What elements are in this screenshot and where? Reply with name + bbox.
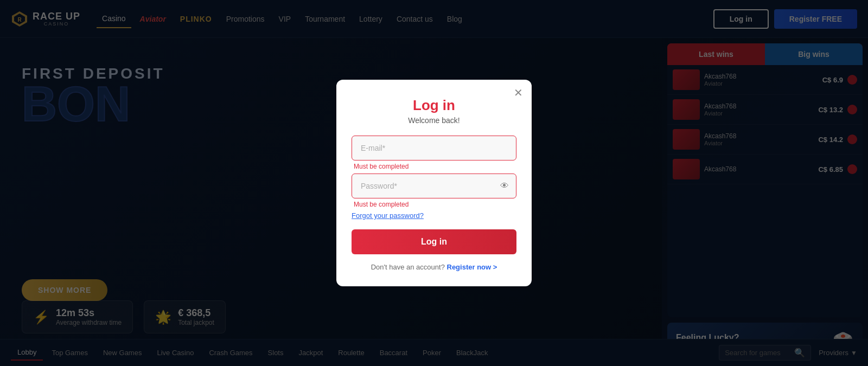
email-input[interactable] bbox=[352, 136, 516, 160]
modal-login-button[interactable]: Log in bbox=[352, 229, 516, 254]
forgot-password-link[interactable]: Forgot your password? bbox=[352, 211, 516, 220]
modal-footer: Don't have an account? Register now > bbox=[352, 263, 516, 271]
password-wrapper: 👁 bbox=[352, 174, 516, 198]
no-account-text: Don't have an account? bbox=[371, 263, 445, 271]
login-modal: ✕ Log in Welcome back! Must be completed… bbox=[336, 80, 532, 286]
modal-close-button[interactable]: ✕ bbox=[514, 87, 523, 98]
email-form-group: Must be completed bbox=[352, 136, 516, 170]
modal-title: Log in bbox=[352, 97, 516, 114]
toggle-password-icon[interactable]: 👁 bbox=[500, 181, 509, 191]
password-input[interactable] bbox=[352, 174, 516, 198]
modal-overlay: ✕ Log in Welcome back! Must be completed… bbox=[0, 0, 868, 366]
modal-subtitle: Welcome back! bbox=[352, 116, 516, 125]
password-form-group: 👁 Must be completed bbox=[352, 174, 516, 208]
register-now-link[interactable]: Register now > bbox=[447, 263, 497, 271]
password-error-message: Must be completed bbox=[354, 201, 516, 208]
email-error-message: Must be completed bbox=[354, 163, 516, 170]
